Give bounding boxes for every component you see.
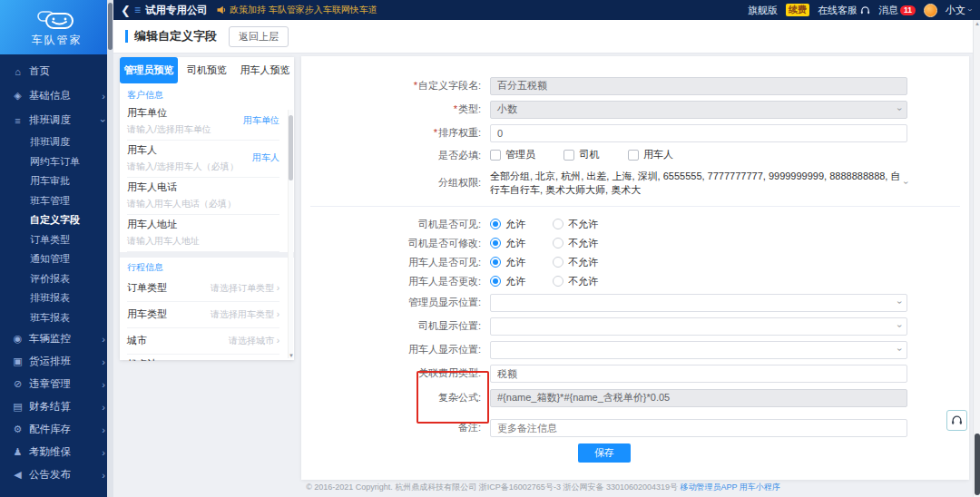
- sidebar-item-attendance-maintenance[interactable]: ♟ 考勤维保 ›: [0, 441, 113, 463]
- sidebar-item-freight-scheduling[interactable]: ▣ 货运排班 ›: [0, 350, 113, 373]
- radio-label: 允许: [505, 275, 525, 288]
- page-scrollbar[interactable]: ▲: [973, 20, 980, 497]
- remark-label: 备注:: [301, 421, 490, 434]
- checkbox-icon: [628, 150, 639, 161]
- radio-selected-icon: [490, 219, 501, 229]
- radio-allow[interactable]: 允许: [490, 218, 525, 231]
- sidebar-sub-scheduling-reports[interactable]: 排班报表: [0, 288, 113, 308]
- field-name-input[interactable]: [490, 77, 907, 95]
- preview-field-label: 用车人地址: [127, 218, 279, 231]
- footer: © 2016-2021 Copyright. 杭州鼎成科技有限公司 浙ICP备1…: [113, 482, 973, 493]
- preview-scrollbar-thumb[interactable]: [289, 115, 293, 180]
- preview-pick-value: 请选择用车类型 ›: [211, 308, 279, 321]
- floating-service-button[interactable]: [946, 410, 967, 431]
- form-row-passenger-editable: 用车人是否更改: 允许 不允许: [301, 275, 969, 288]
- passenger-position-select[interactable]: [490, 341, 907, 359]
- preview-field-placeholder[interactable]: 请输入用车人电话（必填）: [127, 198, 279, 210]
- sidebar-item-parts-inventory[interactable]: ⚙ 配件库存 ›: [0, 418, 113, 441]
- mini-program-link[interactable]: 用车小程序: [740, 482, 780, 492]
- chevron-right-icon: ›: [102, 356, 105, 367]
- sidebar-scrollbar[interactable]: [107, 0, 113, 497]
- back-to-parent-button[interactable]: 返回上层: [229, 26, 289, 47]
- sidebar-sub-order-types[interactable]: 订单类型: [0, 230, 113, 250]
- passenger-link[interactable]: 用车人: [252, 151, 279, 164]
- page-scrollbar-thumb[interactable]: [975, 434, 980, 495]
- label-text: 自定义字段名:: [418, 80, 481, 91]
- vehicle-unit-link[interactable]: 用车单位: [243, 114, 279, 127]
- sidebar-scrollbar-thumb[interactable]: [108, 3, 113, 50]
- radio-allow[interactable]: 允许: [490, 275, 525, 288]
- radio-label: 不允许: [568, 218, 598, 231]
- submenu-label: 订单类型: [30, 233, 70, 247]
- sidebar-item-basic-info[interactable]: ◈ 基础信息 ›: [0, 83, 113, 108]
- radio-allow[interactable]: 允许: [490, 256, 525, 269]
- mobile-admin-app-link[interactable]: 移动管理员APP: [680, 482, 737, 492]
- driver-position-select[interactable]: [490, 317, 907, 336]
- form-row-formula: 复杂公式:: [301, 388, 969, 407]
- passenger-editable-label: 用车人是否更改:: [301, 275, 490, 288]
- radio-allow[interactable]: 允许: [490, 237, 525, 250]
- preview-pick-order-type[interactable]: 订单类型 请选择订单类型 ›: [127, 276, 279, 302]
- radio-deny[interactable]: 不允许: [553, 237, 598, 250]
- scroll-down-arrow-icon[interactable]: ▼: [289, 353, 294, 358]
- driver-visible-label: 司机是否可见:: [301, 218, 490, 231]
- preview-tabs: 管理员预览 司机预览 用车人预览: [120, 57, 294, 83]
- page-title: 编辑自定义字段: [134, 28, 217, 44]
- online-service-button[interactable]: 在线客服: [818, 4, 870, 17]
- fleet-car-icon: [36, 7, 78, 31]
- sidebar-item-label: 排班调度: [29, 113, 71, 127]
- sidebar-item-violation-management[interactable]: ⊘ 违章管理 ›: [0, 373, 113, 395]
- sidebar-item-vehicle-monitoring[interactable]: ◉ 车辆监控 ›: [0, 327, 113, 350]
- sidebar-item-label: 基础信息: [29, 89, 71, 102]
- scroll-up-arrow-icon[interactable]: ▲: [975, 21, 980, 26]
- submenu-label: 班车管理: [30, 194, 70, 208]
- preview-scrollbar[interactable]: ▼: [288, 110, 293, 358]
- avatar[interactable]: [924, 4, 937, 17]
- group-permission-value[interactable]: 全部分组, 北京, 杭州, 出差, 上海, 深圳, 6555555, 77777…: [490, 170, 907, 197]
- radio-deny[interactable]: 不允许: [553, 256, 598, 269]
- sidebar-sub-scheduling[interactable]: 排班调度: [0, 132, 113, 152]
- radio-deny[interactable]: 不允许: [553, 218, 598, 231]
- messages-button[interactable]: 消息 11: [878, 4, 916, 17]
- sidebar-sub-rating-reports[interactable]: 评价报表: [0, 269, 113, 289]
- tab-admin-preview[interactable]: 管理员预览: [120, 57, 178, 83]
- type-select[interactable]: 小数: [490, 101, 907, 119]
- remark-input[interactable]: [490, 419, 907, 437]
- app-logo[interactable]: 车队管家: [0, 0, 113, 54]
- form-divider: [310, 206, 960, 207]
- tab-driver-preview[interactable]: 司机预览: [178, 57, 236, 83]
- sidebar-item-financial-settlement[interactable]: ▤ 财务结算 ›: [0, 395, 113, 418]
- sidebar-item-scheduling[interactable]: ≡ 排班调度 ›: [0, 108, 113, 132]
- sidebar-item-home[interactable]: ⌂ 首页: [0, 59, 113, 83]
- driver-visible-radio-group: 允许 不允许: [490, 218, 907, 231]
- renew-button[interactable]: 续费: [786, 4, 809, 16]
- submenu-label: 排班调度: [30, 135, 70, 149]
- fee-type-input[interactable]: [490, 365, 907, 383]
- sidebar-sub-ride-hailing-orders[interactable]: 网约车订单: [0, 152, 113, 172]
- preview-pick-vehicle-type[interactable]: 用车类型 请选择用车类型 ›: [127, 302, 279, 328]
- sidebar-sub-custom-fields[interactable]: 自定义字段: [0, 210, 113, 230]
- company-name[interactable]: 试用专用公司: [145, 4, 208, 17]
- user-menu[interactable]: 小文 ›: [946, 4, 971, 17]
- org-menu-icon[interactable]: ≡: [134, 4, 141, 16]
- preview-pick-city[interactable]: 城市 请选择城市 ›: [127, 328, 279, 355]
- sidebar-sub-notification-management[interactable]: 通知管理: [0, 249, 113, 269]
- admin-position-select[interactable]: [490, 294, 907, 312]
- checkbox-driver[interactable]: 司机: [564, 148, 599, 161]
- sidebar-sub-shuttle-reports[interactable]: 班车报表: [0, 308, 113, 328]
- save-button[interactable]: 保存: [578, 443, 631, 463]
- sidebar-sub-shuttle-management[interactable]: 班车管理: [0, 191, 113, 211]
- tab-passenger-preview[interactable]: 用车人预览: [236, 57, 294, 83]
- checkbox-passenger[interactable]: 用车人: [628, 148, 673, 161]
- radio-deny[interactable]: 不允许: [553, 275, 598, 288]
- preview-field-placeholder[interactable]: 请输入用车人地址: [127, 235, 279, 248]
- sidebar-item-announcements[interactable]: ◀ 公告发布 ›: [0, 463, 113, 486]
- checkbox-admin[interactable]: 管理员: [490, 148, 535, 161]
- formula-input[interactable]: [490, 389, 907, 407]
- back-icon[interactable]: ❮: [121, 4, 131, 17]
- sort-weight-input[interactable]: [490, 124, 907, 142]
- submenu-label: 通知管理: [30, 252, 70, 266]
- headset-icon: [951, 414, 963, 426]
- preview-body: 客户信息 用车单位 请输入/选择用车单位 用车单位 用车人 请输入/选择用车人（…: [120, 83, 294, 361]
- sidebar-sub-vehicle-approval[interactable]: 用车审批: [0, 171, 113, 191]
